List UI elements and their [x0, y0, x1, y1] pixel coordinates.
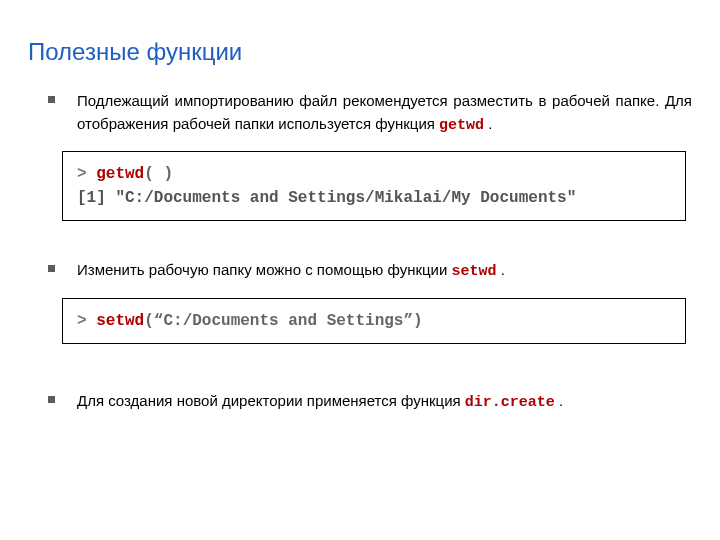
- bullet-2-post: .: [497, 261, 505, 278]
- prompt: >: [77, 312, 96, 330]
- bullet-icon: [48, 96, 55, 103]
- page-title: Полезные функции: [28, 38, 692, 66]
- bullet-3-fn: dir.create: [465, 394, 555, 411]
- code-args: (“C:/Documents and Settings”): [144, 312, 422, 330]
- code-fn: getwd: [96, 165, 144, 183]
- code-block-getwd: > getwd( ) [1] "C:/Documents and Setting…: [62, 151, 686, 221]
- code-line-1: > setwd(“C:/Documents and Settings”): [77, 309, 671, 333]
- prompt: >: [77, 165, 96, 183]
- bullet-2-text: Изменить рабочую папку можно с помощью ф…: [77, 259, 692, 284]
- bullet-icon: [48, 396, 55, 403]
- bullet-2-fn: setwd: [452, 263, 497, 280]
- code-args: ( ): [144, 165, 173, 183]
- bullet-2: Изменить рабочую папку можно с помощью ф…: [48, 259, 692, 284]
- bullet-3-text: Для создания новой директории применяетс…: [77, 390, 692, 415]
- bullet-1-fn: getwd: [439, 117, 484, 134]
- code-line-1: > getwd( ): [77, 162, 671, 186]
- code-output: [1] "C:/Documents and Settings/Mikalai/M…: [77, 186, 671, 210]
- bullet-1: Подлежащий импортированию файл рекоменду…: [48, 90, 692, 137]
- code-block-setwd: > setwd(“C:/Documents and Settings”): [62, 298, 686, 344]
- bullet-3-post: .: [555, 392, 563, 409]
- code-fn: setwd: [96, 312, 144, 330]
- bullet-3: Для создания новой директории применяетс…: [48, 390, 692, 415]
- bullet-icon: [48, 265, 55, 272]
- bullet-1-post: .: [484, 115, 492, 132]
- bullet-1-text: Подлежащий импортированию файл рекоменду…: [77, 90, 692, 137]
- bullet-3-pre: Для создания новой директории применяетс…: [77, 392, 465, 409]
- bullet-1-pre: Подлежащий импортированию файл рекоменду…: [77, 92, 692, 132]
- bullet-2-pre: Изменить рабочую папку можно с помощью ф…: [77, 261, 452, 278]
